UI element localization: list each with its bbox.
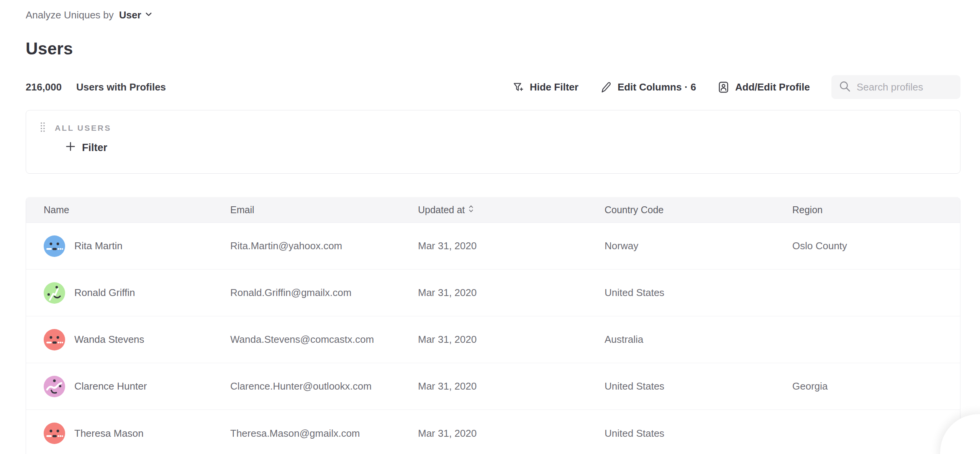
edit-columns-label: Edit Columns · 6 [618, 81, 696, 93]
add-filter-button[interactable]: Filter [65, 141, 107, 155]
analyze-by-value: User [119, 9, 141, 21]
cell-name: Theresa Mason [74, 428, 144, 439]
cell-email: Theresa.Mason@gmailx.com [213, 428, 400, 439]
avatar [44, 423, 65, 444]
user-count-label: Users with Profiles [76, 81, 166, 93]
cell-updated-at: Mar 31, 2020 [400, 380, 587, 392]
users-table: Name Email Updated at Country Code Regio… [26, 197, 960, 454]
cell-updated-at: Mar 31, 2020 [400, 428, 587, 439]
add-edit-profile-button[interactable]: Add/Edit Profile [718, 81, 810, 93]
user-count: 216,000 [26, 81, 62, 93]
avatar [44, 376, 65, 397]
column-header-region[interactable]: Region [775, 204, 960, 215]
pencil-icon [600, 81, 612, 93]
cell-email: Wanda.Stevens@comcastx.com [213, 334, 400, 345]
cell-region: Oslo County [775, 240, 960, 252]
cell-name: Clarence Hunter [74, 380, 147, 392]
cell-region: Georgia [775, 380, 960, 392]
cell-country-code: United States [587, 287, 775, 299]
cell-country-code: Australia [587, 334, 775, 345]
add-filter-label: Filter [82, 142, 107, 154]
edit-columns-button[interactable]: Edit Columns · 6 [600, 81, 696, 93]
toolbar-actions: Hide Filter Edit Columns · 6 Add/Edit Pr… [512, 75, 960, 99]
cell-country-code: United States [587, 428, 775, 439]
analyze-uniques-row: Analyze Uniques by User [26, 9, 153, 21]
profile-badge-icon [718, 81, 729, 93]
cell-email: Rita.Martin@yahoox.com [213, 240, 400, 252]
drag-handle-icon[interactable] [40, 121, 46, 135]
avatar [44, 329, 65, 350]
table-row[interactable]: Wanda Stevens Wanda.Stevens@comcastx.com… [26, 316, 960, 363]
all-users-group-label: ALL USERS [55, 123, 111, 133]
header-row: 216,000 Users with Profiles Hide Filter … [26, 75, 960, 99]
analyze-by-dropdown[interactable]: User [119, 9, 153, 21]
cell-updated-at: Mar 31, 2020 [400, 287, 587, 299]
filter-funnel-icon [512, 81, 524, 93]
cell-name: Wanda Stevens [74, 334, 144, 345]
hide-filter-label: Hide Filter [530, 81, 578, 93]
sort-icon [469, 204, 474, 215]
search-icon [838, 80, 851, 94]
cell-email: Ronald.Griffin@gmailx.com [213, 287, 400, 299]
cell-name: Ronald Griffin [74, 287, 135, 299]
column-header-country-code[interactable]: Country Code [587, 204, 775, 215]
plus-icon [65, 141, 76, 155]
cell-country-code: Norway [587, 240, 775, 252]
table-row[interactable]: Clarence Hunter Clarence.Hunter@outlookx… [26, 363, 960, 410]
table-row[interactable]: Rita Martin Rita.Martin@yahoox.com Mar 3… [26, 223, 960, 270]
page-title: Users [26, 39, 73, 58]
cell-updated-at: Mar 31, 2020 [400, 334, 587, 345]
table-header-row: Name Email Updated at Country Code Regio… [26, 197, 960, 223]
avatar [44, 235, 65, 257]
search-profiles-input[interactable] [857, 81, 954, 93]
column-header-name[interactable]: Name [26, 204, 213, 215]
filter-card: ALL USERS Filter [26, 110, 960, 174]
column-header-email[interactable]: Email [213, 204, 400, 215]
hide-filter-button[interactable]: Hide Filter [512, 81, 578, 93]
chevron-down-icon [144, 9, 153, 21]
cell-country-code: United States [587, 380, 775, 392]
cell-updated-at: Mar 31, 2020 [400, 240, 587, 252]
add-edit-profile-label: Add/Edit Profile [735, 81, 810, 93]
table-row[interactable]: Ronald Griffin Ronald.Griffin@gmailx.com… [26, 270, 960, 316]
search-profiles-box[interactable] [831, 75, 960, 99]
analyze-uniques-label: Analyze Uniques by [26, 9, 114, 21]
column-header-updated-at[interactable]: Updated at [400, 204, 587, 215]
user-count-summary: 216,000 Users with Profiles [26, 81, 166, 93]
avatar [44, 282, 65, 304]
cell-email: Clarence.Hunter@outlookx.com [213, 380, 400, 392]
cell-name: Rita Martin [74, 240, 123, 252]
table-row[interactable]: Theresa Mason Theresa.Mason@gmailx.com M… [26, 410, 960, 454]
